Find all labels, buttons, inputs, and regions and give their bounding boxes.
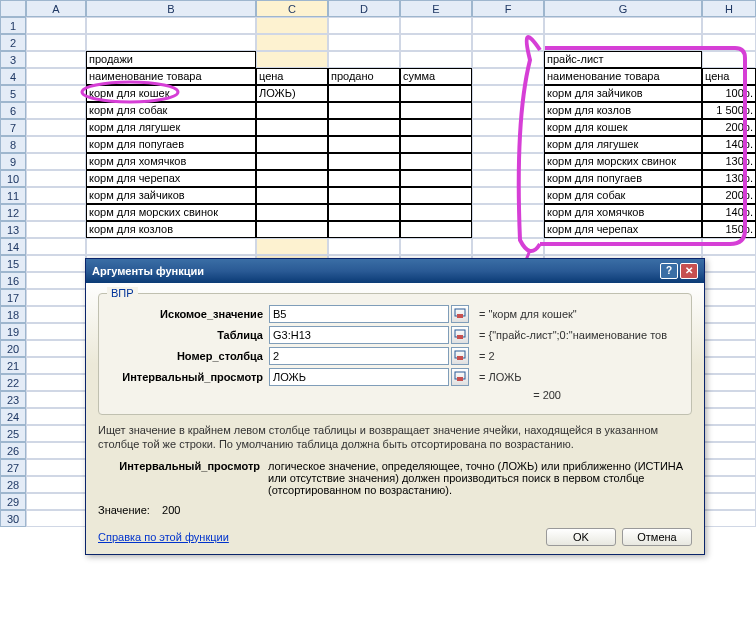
dialog-titlebar[interactable]: Аргументы функции ? ✕ [86, 259, 704, 283]
row-header-21[interactable]: 21 [0, 357, 26, 374]
cell[interactable] [702, 289, 756, 306]
cell[interactable] [472, 68, 544, 85]
column-header-A[interactable]: A [26, 0, 86, 17]
cell[interactable] [472, 187, 544, 204]
cell[interactable] [400, 238, 472, 255]
cell[interactable] [328, 102, 400, 119]
cell[interactable]: корм для морских свинок [86, 204, 256, 221]
cell[interactable]: продано [328, 68, 400, 85]
cell[interactable]: корм для черепах [86, 170, 256, 187]
cell[interactable]: корм для попугаев [544, 170, 702, 187]
cell[interactable] [702, 357, 756, 374]
row-header-23[interactable]: 23 [0, 391, 26, 408]
column-header-F[interactable]: F [472, 0, 544, 17]
cell[interactable] [328, 17, 400, 34]
row-header-26[interactable]: 26 [0, 442, 26, 459]
cell[interactable] [256, 51, 328, 68]
cell[interactable] [26, 357, 86, 374]
row-header-27[interactable]: 27 [0, 459, 26, 476]
cell[interactable] [26, 442, 86, 459]
column-header-G[interactable]: G [544, 0, 702, 17]
cell[interactable]: 150р. [702, 221, 756, 238]
cell[interactable] [256, 221, 328, 238]
range-selector-button[interactable] [451, 368, 469, 386]
cell[interactable]: корм для морских свинок [544, 153, 702, 170]
cell[interactable]: корм для хомячков [86, 153, 256, 170]
cell[interactable] [86, 34, 256, 51]
cell[interactable] [702, 272, 756, 289]
cell[interactable]: корм для собак [544, 187, 702, 204]
cell[interactable] [328, 187, 400, 204]
row-header-2[interactable]: 2 [0, 34, 26, 51]
cell[interactable] [400, 119, 472, 136]
cell[interactable]: корм для лягушек [86, 119, 256, 136]
cell[interactable] [26, 493, 86, 510]
row-header-28[interactable]: 28 [0, 476, 26, 493]
cell[interactable] [26, 204, 86, 221]
cell[interactable] [400, 221, 472, 238]
close-button[interactable]: ✕ [680, 263, 698, 279]
help-link[interactable]: Справка по этой функции [98, 531, 229, 543]
cell[interactable] [702, 323, 756, 340]
cell[interactable]: сумма [400, 68, 472, 85]
cell[interactable] [400, 204, 472, 221]
cell[interactable] [702, 255, 756, 272]
cell[interactable]: корм для козлов [544, 102, 702, 119]
cell[interactable]: наименование товара [86, 68, 256, 85]
row-header-13[interactable]: 13 [0, 221, 26, 238]
cell[interactable]: корм для зайчиков [544, 85, 702, 102]
cell[interactable]: корм для черепах [544, 221, 702, 238]
arg-input-1[interactable] [269, 326, 449, 344]
cell[interactable]: продажи [86, 51, 256, 68]
arg-input-0[interactable] [269, 305, 449, 323]
cell[interactable] [256, 17, 328, 34]
cell[interactable] [26, 476, 86, 493]
cell[interactable] [26, 510, 86, 527]
arg-input-3[interactable] [269, 368, 449, 386]
cell[interactable] [544, 34, 702, 51]
cell[interactable] [26, 153, 86, 170]
cell[interactable] [26, 408, 86, 425]
row-header-18[interactable]: 18 [0, 306, 26, 323]
cell[interactable] [400, 34, 472, 51]
cell[interactable]: цена [702, 68, 756, 85]
cell[interactable] [26, 340, 86, 357]
cell[interactable]: 200р. [702, 187, 756, 204]
row-header-11[interactable]: 11 [0, 187, 26, 204]
cell[interactable] [256, 204, 328, 221]
cell[interactable] [472, 153, 544, 170]
row-header-24[interactable]: 24 [0, 408, 26, 425]
row-header-14[interactable]: 14 [0, 238, 26, 255]
row-header-25[interactable]: 25 [0, 425, 26, 442]
cell[interactable] [702, 425, 756, 442]
cell[interactable] [400, 17, 472, 34]
cell[interactable] [26, 238, 86, 255]
cell[interactable] [26, 51, 86, 68]
cell[interactable] [256, 187, 328, 204]
row-header-30[interactable]: 30 [0, 510, 26, 527]
cell[interactable] [400, 187, 472, 204]
cell[interactable]: корм для кошек [86, 85, 256, 102]
cell[interactable]: 140р. [702, 204, 756, 221]
row-header-3[interactable]: 3 [0, 51, 26, 68]
cell[interactable]: 130р. [702, 170, 756, 187]
cell[interactable] [256, 170, 328, 187]
cell[interactable] [256, 119, 328, 136]
cancel-button[interactable]: Отмена [622, 528, 692, 546]
cell[interactable]: ЛОЖЬ) [256, 85, 328, 102]
cell[interactable] [702, 476, 756, 493]
cell[interactable] [472, 85, 544, 102]
cell[interactable] [26, 255, 86, 272]
cell[interactable] [472, 170, 544, 187]
cell[interactable] [26, 170, 86, 187]
row-header-16[interactable]: 16 [0, 272, 26, 289]
cell[interactable]: 100р. [702, 85, 756, 102]
column-header-B[interactable]: B [86, 0, 256, 17]
cell[interactable] [26, 85, 86, 102]
cell[interactable] [472, 17, 544, 34]
cell[interactable]: корм для хомячков [544, 204, 702, 221]
cell[interactable]: корм для козлов [86, 221, 256, 238]
cell[interactable] [702, 459, 756, 476]
column-header-D[interactable]: D [328, 0, 400, 17]
column-header-E[interactable]: E [400, 0, 472, 17]
